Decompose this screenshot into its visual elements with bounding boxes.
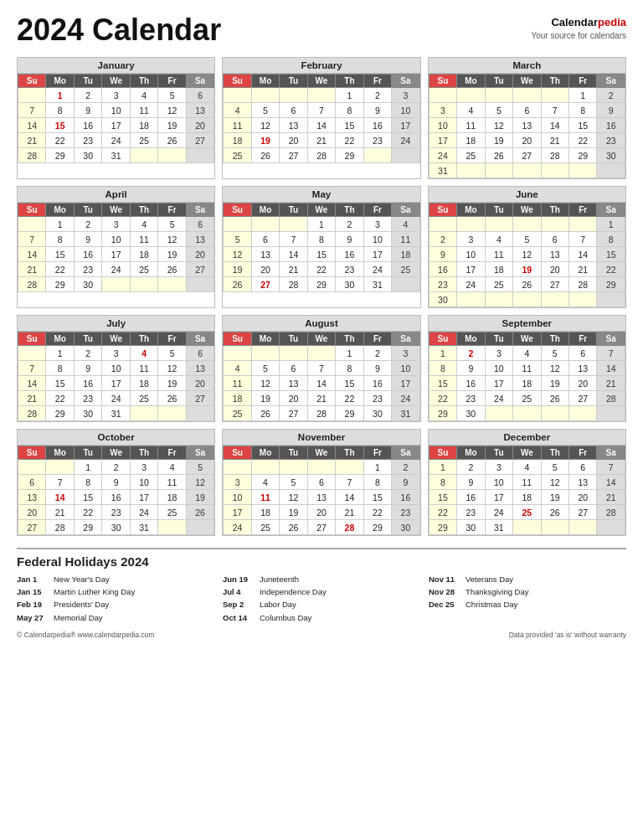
cal-day: 3 bbox=[485, 460, 512, 475]
cal-day bbox=[457, 292, 485, 307]
holidays-grid: Jan 1New Year's DayJan 15Martin Luther K… bbox=[17, 573, 626, 624]
cal-day: 5 bbox=[158, 346, 186, 361]
cal-day: 3 bbox=[224, 475, 251, 490]
day-header-sa: Sa bbox=[597, 75, 625, 88]
holiday-column: Jan 1New Year's DayJan 15Martin Luther K… bbox=[17, 573, 214, 624]
cal-day: 7 bbox=[307, 361, 335, 376]
cal-day bbox=[541, 88, 568, 103]
cal-day bbox=[597, 292, 625, 307]
cal-day: 19 bbox=[158, 118, 186, 133]
cal-day: 3 bbox=[102, 88, 130, 103]
cal-day bbox=[251, 217, 279, 232]
cal-day: 28 bbox=[18, 148, 46, 163]
holiday-column: Nov 11Veterans DayNov 28Thanksgiving Day… bbox=[429, 573, 626, 624]
footer-disclaimer: Data provided 'as is' without warranty bbox=[509, 631, 626, 639]
month-table: SuMoTuWeThFrSa12345678910111213141516171… bbox=[429, 446, 625, 535]
day-header-we: We bbox=[513, 446, 541, 460]
holiday-name: Memorial Day bbox=[54, 611, 103, 624]
day-header-tu: Tu bbox=[485, 204, 512, 217]
cal-day: 29 bbox=[429, 520, 456, 535]
cal-day: 5 bbox=[224, 232, 251, 247]
cal-day: 15 bbox=[74, 490, 101, 505]
cal-day: 22 bbox=[429, 505, 456, 520]
month-table: SuMoTuWeThFrSa12345678910111213141516171… bbox=[18, 74, 214, 163]
cal-day: 20 bbox=[186, 247, 214, 262]
cal-day: 25 bbox=[251, 520, 279, 535]
cal-day: 4 bbox=[457, 103, 485, 118]
cal-day: 23 bbox=[102, 505, 130, 520]
cal-day bbox=[186, 277, 214, 292]
cal-day: 25 bbox=[392, 262, 420, 277]
cal-day: 19 bbox=[158, 247, 186, 262]
cal-day: 21 bbox=[18, 133, 46, 148]
month-table: SuMoTuWeThFrSa12345678910111213141516171… bbox=[429, 332, 625, 421]
day-header-tu: Tu bbox=[485, 332, 512, 346]
cal-day bbox=[541, 217, 568, 232]
holiday-date: Jun 19 bbox=[223, 573, 255, 585]
cal-day: 29 bbox=[307, 277, 335, 292]
cal-day: 13 bbox=[569, 361, 597, 376]
cal-day: 17 bbox=[363, 247, 391, 262]
cal-day: 9 bbox=[457, 361, 485, 376]
cal-day: 1 bbox=[597, 217, 625, 232]
day-header-we: We bbox=[102, 332, 130, 346]
cal-day: 15 bbox=[336, 376, 363, 391]
cal-day: 26 bbox=[541, 505, 568, 520]
cal-day: 10 bbox=[457, 247, 485, 262]
day-header-fr: Fr bbox=[363, 75, 391, 88]
cal-day: 9 bbox=[74, 232, 101, 247]
cal-day: 20 bbox=[541, 262, 568, 277]
cal-day: 15 bbox=[363, 490, 391, 505]
day-header-mo: Mo bbox=[46, 446, 74, 460]
cal-day: 4 bbox=[513, 460, 541, 475]
cal-day: 21 bbox=[18, 262, 46, 277]
cal-day: 27 bbox=[186, 391, 214, 406]
cal-day: 16 bbox=[102, 490, 130, 505]
cal-day: 3 bbox=[392, 346, 420, 361]
cal-day bbox=[597, 163, 625, 178]
month-title: March bbox=[429, 58, 625, 74]
cal-day: 11 bbox=[392, 232, 420, 247]
day-header-tu: Tu bbox=[280, 204, 307, 217]
cal-day bbox=[18, 88, 46, 103]
day-header-fr: Fr bbox=[569, 75, 597, 88]
day-header-we: We bbox=[102, 446, 130, 460]
cal-day: 30 bbox=[74, 277, 101, 292]
page-title: 2024 Calendar bbox=[17, 15, 221, 45]
cal-day: 14 bbox=[18, 118, 46, 133]
cal-day bbox=[457, 163, 485, 178]
cal-day: 1 bbox=[336, 88, 363, 103]
cal-day bbox=[513, 163, 541, 178]
cal-day: 6 bbox=[307, 475, 335, 490]
day-header-sa: Sa bbox=[186, 332, 214, 346]
cal-day: 20 bbox=[251, 262, 279, 277]
cal-day: 5 bbox=[158, 88, 186, 103]
cal-day: 5 bbox=[541, 460, 568, 475]
cal-day bbox=[186, 520, 214, 535]
cal-day: 28 bbox=[597, 505, 625, 520]
cal-day: 7 bbox=[46, 475, 74, 490]
cal-day: 1 bbox=[74, 460, 101, 475]
cal-day: 1 bbox=[46, 217, 74, 232]
day-header-mo: Mo bbox=[251, 75, 279, 88]
cal-day bbox=[307, 346, 335, 361]
cal-day bbox=[485, 292, 512, 307]
cal-day: 30 bbox=[363, 406, 391, 421]
cal-day bbox=[541, 292, 568, 307]
cal-day: 27 bbox=[513, 148, 541, 163]
cal-day: 28 bbox=[18, 406, 46, 421]
cal-day: 14 bbox=[18, 247, 46, 262]
day-header-th: Th bbox=[336, 75, 363, 88]
cal-day: 25 bbox=[513, 505, 541, 520]
day-header-sa: Sa bbox=[186, 204, 214, 217]
month-block-february: FebruarySuMoTuWeThFrSa123456789101112131… bbox=[222, 57, 420, 179]
holiday-name: Presidents' Day bbox=[54, 598, 109, 611]
cal-day: 2 bbox=[336, 217, 363, 232]
day-header-we: We bbox=[513, 332, 541, 346]
cal-day: 17 bbox=[224, 505, 251, 520]
cal-day: 5 bbox=[186, 460, 214, 475]
holiday-name: Labor Day bbox=[260, 598, 296, 611]
cal-day bbox=[485, 406, 512, 421]
day-header-tu: Tu bbox=[74, 446, 101, 460]
holiday-name: Thanksgiving Day bbox=[466, 585, 529, 598]
